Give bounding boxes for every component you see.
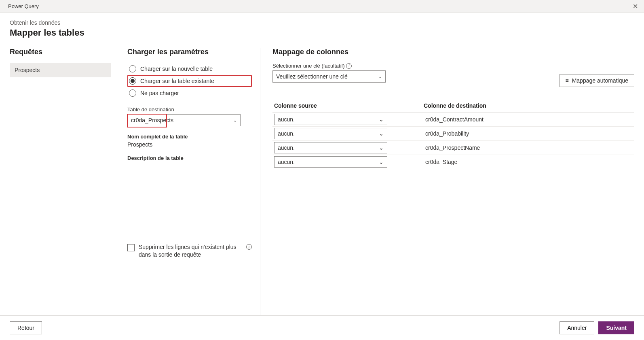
chevron-down-icon: ⌄ <box>378 74 382 79</box>
footer-right: Annuler Suivant <box>560 321 634 334</box>
table-row: aucun. ⌄ cr0da_Stage <box>272 155 634 169</box>
dest-value: cr0da_ContractAmount <box>424 116 633 123</box>
source-select[interactable]: aucun. ⌄ <box>274 156 387 168</box>
auto-map-label: Mappage automatique <box>572 77 628 84</box>
queries-heading: Requêtes <box>10 48 111 56</box>
page-title: Mapper les tables <box>10 28 634 38</box>
back-button[interactable]: Retour <box>10 321 42 334</box>
dest-table-field: Table de destination cr0da_Prospects ⌄ <box>127 106 252 126</box>
radio-icon <box>129 89 136 97</box>
radio-label: Ne pas charger <box>140 90 179 96</box>
window-titlebar: Power Query ✕ <box>0 0 644 13</box>
source-value: aucun. <box>278 159 295 165</box>
source-value: aucun. <box>278 144 295 151</box>
next-button[interactable]: Suivant <box>598 321 634 334</box>
source-value: aucun. <box>278 116 295 123</box>
dest-table-value: cr0da_Prospects <box>131 117 173 123</box>
auto-map-icon <box>566 77 569 84</box>
full-name-value: Prospects <box>127 141 252 148</box>
desc-label: Description de la table <box>127 155 252 161</box>
radio-existing-table[interactable]: Charger sur la table existante <box>127 75 252 87</box>
dest-table-label: Table de destination <box>127 106 252 113</box>
radio-new-table[interactable]: Charger sur la nouvelle table <box>127 63 252 75</box>
full-name-label: Nom complet de la table <box>127 134 252 140</box>
query-item-prospects[interactable]: Prospects <box>10 63 111 77</box>
col-dest-header: Colonne de destination <box>424 102 633 109</box>
close-icon[interactable]: ✕ <box>631 3 639 10</box>
load-option-group: Charger sur la nouvelle table Charger su… <box>127 63 252 99</box>
dest-value: cr0da_ProspectName <box>424 144 633 151</box>
content-area: Requêtes Prospects Charger les paramètre… <box>0 38 644 315</box>
dest-table-select[interactable]: cr0da_Prospects ⌄ <box>127 114 241 126</box>
breadcrumb: Obtenir les données <box>10 19 634 26</box>
dest-value: cr0da_Stage <box>424 159 633 165</box>
mapping-panel: Mappage de colonnes Sélectionner une clé… <box>260 48 634 315</box>
chevron-down-icon: ⌄ <box>379 144 384 151</box>
dest-value: cr0da_Probability <box>424 130 633 137</box>
load-settings-panel: Charger les paramètres Charger sur la no… <box>119 48 260 315</box>
table-row: aucun. ⌄ cr0da_ContractAmount <box>272 113 634 127</box>
chevron-down-icon: ⌄ <box>379 116 384 123</box>
desc-field: Description de la table <box>127 155 252 163</box>
mapping-heading: Mappage de colonnes <box>272 48 634 56</box>
col-source-header: Colonne source <box>274 102 424 109</box>
queries-panel: Requêtes Prospects <box>10 48 119 315</box>
chevron-down-icon: ⌄ <box>233 118 237 123</box>
key-label-text: Sélectionner une clé (facultatif) <box>272 63 344 69</box>
key-select[interactable]: Veuillez sélectionner une clé ⌄ <box>272 70 386 83</box>
info-icon[interactable]: i <box>246 244 252 250</box>
mapping-top-row: Sélectionner une clé (facultatif) i Veui… <box>272 63 634 87</box>
chevron-down-icon: ⌄ <box>379 130 384 137</box>
source-value: aucun. <box>278 130 295 137</box>
key-placeholder: Veuillez sélectionner une clé <box>276 73 348 80</box>
window-title: Power Query <box>8 3 39 9</box>
table-row: aucun. ⌄ cr0da_ProspectName <box>272 141 634 155</box>
cancel-button[interactable]: Annuler <box>560 321 594 334</box>
mapping-table-head: Colonne source Colonne de destination <box>272 99 634 113</box>
full-name-field: Nom complet de la table Prospects <box>127 134 252 148</box>
radio-label: Charger sur la table existante <box>140 78 214 84</box>
source-select[interactable]: aucun. ⌄ <box>274 142 387 153</box>
delete-missing-label: Supprimer les lignes qui n'existent plus… <box>139 243 240 259</box>
key-field: Sélectionner une clé (facultatif) i Veui… <box>272 63 386 83</box>
delete-missing-row: Supprimer les lignes qui n'existent plus… <box>127 243 252 315</box>
key-label: Sélectionner une clé (facultatif) i <box>272 63 386 69</box>
mapping-table: Colonne source Colonne de destination au… <box>272 99 634 169</box>
footer: Retour Annuler Suivant <box>0 315 644 340</box>
table-row: aucun. ⌄ cr0da_Probability <box>272 127 634 141</box>
radio-label: Charger sur la nouvelle table <box>140 66 213 72</box>
radio-no-load[interactable]: Ne pas charger <box>127 87 252 99</box>
source-select[interactable]: aucun. ⌄ <box>274 114 387 125</box>
page-header: Obtenir les données Mapper les tables <box>0 13 644 38</box>
load-heading: Charger les paramètres <box>127 48 252 56</box>
info-icon[interactable]: i <box>346 63 352 69</box>
radio-icon <box>129 77 136 85</box>
delete-missing-checkbox[interactable] <box>127 244 135 251</box>
chevron-down-icon: ⌄ <box>379 159 384 165</box>
source-select[interactable]: aucun. ⌄ <box>274 128 387 139</box>
radio-icon <box>129 65 136 72</box>
auto-map-button[interactable]: Mappage automatique <box>560 74 635 87</box>
